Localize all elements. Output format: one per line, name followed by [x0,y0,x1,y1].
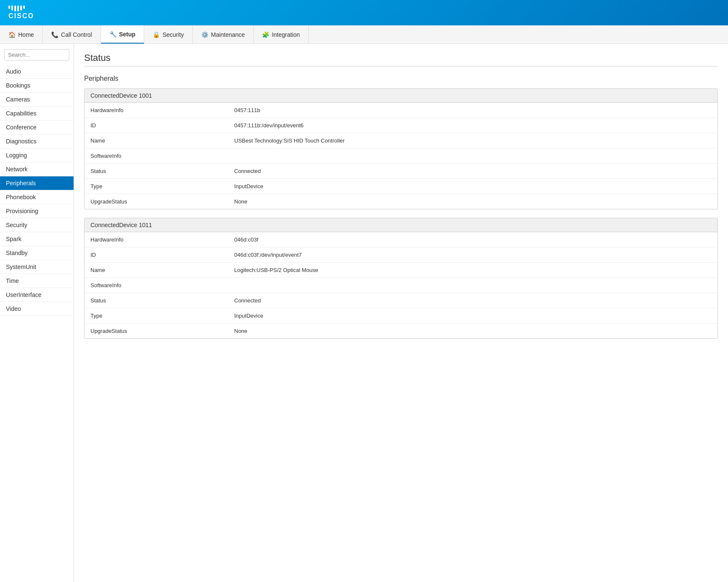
bar2 [11,5,13,11]
device-row-value: 046d:c03f:/dev/input/event7 [228,247,717,262]
sidebar-item-audio[interactable]: Audio [0,65,74,79]
sidebar-item-peripherals[interactable]: Peripherals [0,176,74,190]
device-row-value: USBest Technology:SiS HID Touch Controll… [228,133,717,148]
title-divider [84,66,718,66]
device-row-value: InputDevice [228,308,717,323]
home-icon: 🏠 [8,31,16,38]
device-row-label: UpgradeStatus [85,194,228,209]
sidebar-item-conference[interactable]: Conference [0,121,74,135]
device-row-label: Type [85,179,228,194]
device-card-header-1: ConnectedDevice 1011 [85,218,717,232]
device-row-label: Name [85,133,228,148]
device-row: UpgradeStatusNone [85,194,717,209]
device-row-label: ID [85,247,228,262]
device-card-0: ConnectedDevice 1001HardwareInfo0457:111… [84,88,718,209]
bar5 [20,5,22,11]
sidebar-item-systemunit[interactable]: SystemUnit [0,260,74,274]
bar4 [17,5,19,11]
device-row-label: Status [85,293,228,308]
search-box[interactable] [4,49,69,60]
device-row-label: Name [85,263,228,277]
device-row-value: Connected [228,164,717,178]
bar3 [14,5,16,11]
device-row-label: UpgradeStatus [85,324,228,338]
device-row: StatusConnected [85,164,717,179]
cisco-bars [8,5,25,11]
device-row-value: 046d:c03f [228,232,717,247]
device-row: HardwareInfo046d:c03f [85,232,717,247]
sidebar-item-video[interactable]: Video [0,302,74,316]
device-row: TypeInputDevice [85,179,717,194]
device-row-label: Status [85,164,228,178]
device-row-value: 0457:111b:/dev/input/event6 [228,118,717,133]
bar6 [23,5,25,9]
sidebar-item-logging[interactable]: Logging [0,148,74,162]
bar1 [8,5,10,9]
nav-setup-label: Setup [119,31,136,38]
device-row: SoftwareInfo [85,148,717,164]
device-row: TypeInputDevice [85,308,717,324]
device-row-value: None [228,324,717,338]
device-row: NameLogitech:USB-PS/2 Optical Mouse [85,263,717,278]
sidebar-item-time[interactable]: Time [0,274,74,288]
sidebar-item-provisioning[interactable]: Provisioning [0,204,74,218]
puzzle-icon: 🧩 [262,31,269,38]
device-row-value: None [228,194,717,209]
sidebar-item-standby[interactable]: Standby [0,246,74,260]
device-row: ID046d:c03f:/dev/input/event7 [85,247,717,263]
sidebar-item-diagnostics[interactable]: Diagnostics [0,135,74,148]
section-title: Peripherals [84,75,718,82]
device-row-label: Type [85,308,228,323]
sidebar-item-phonebook[interactable]: Phonebook [0,190,74,204]
nav-home[interactable]: 🏠 Home [0,25,43,44]
device-row-value: InputDevice [228,179,717,194]
sidebar: AudioBookingsCamerasCapabilitiesConferen… [0,44,74,582]
nav-call-control-label: Call Control [61,31,92,38]
cisco-wordmark: CISCO [8,12,34,20]
page-title: Status [84,52,718,63]
device-row: StatusConnected [85,293,717,308]
device-row-value: Logitech:USB-PS/2 Optical Mouse [228,263,717,277]
device-row-label: SoftwareInfo [85,278,228,293]
cisco-logo: CISCO [8,5,34,20]
nav-security[interactable]: 🔒 Security [144,25,193,44]
device-row: SoftwareInfo [85,278,717,293]
sidebar-item-spark[interactable]: Spark [0,232,74,246]
main-layout: AudioBookingsCamerasCapabilitiesConferen… [0,44,728,582]
device-row-value: 0457:111b [228,103,717,118]
sidebar-item-bookings[interactable]: Bookings [0,79,74,93]
devices-container: ConnectedDevice 1001HardwareInfo0457:111… [84,88,718,339]
nav-security-label: Security [162,31,184,38]
device-card-1: ConnectedDevice 1011HardwareInfo046d:c03… [84,218,718,339]
sidebar-item-network[interactable]: Network [0,162,74,176]
device-row-label: HardwareInfo [85,103,228,118]
sidebar-item-cameras[interactable]: Cameras [0,93,74,107]
device-row: UpgradeStatusNone [85,324,717,338]
device-row-label: SoftwareInfo [85,148,228,163]
nav-home-label: Home [18,31,34,38]
device-row-value [228,148,717,163]
device-row-value [228,278,717,293]
nav-bar: 🏠 Home 📞 Call Control 🔧 Setup 🔒 Security… [0,25,728,44]
nav-maintenance[interactable]: ⚙️ Maintenance [193,25,254,44]
device-row-value: Connected [228,293,717,308]
nav-maintenance-label: Maintenance [211,31,245,38]
gear-icon: ⚙️ [201,31,208,38]
nav-setup[interactable]: 🔧 Setup [101,25,145,44]
search-input[interactable] [4,49,69,60]
top-header: CISCO [0,0,728,25]
phone-icon: 📞 [51,31,58,38]
device-row: NameUSBest Technology:SiS HID Touch Cont… [85,133,717,148]
sidebar-item-capabilities[interactable]: Capabilities [0,107,74,121]
nav-integration[interactable]: 🧩 Integration [254,25,309,44]
device-row: ID0457:111b:/dev/input/event6 [85,118,717,133]
nav-call-control[interactable]: 📞 Call Control [43,25,101,44]
sidebar-item-userinterface[interactable]: UserInterface [0,288,74,302]
device-card-header-0: ConnectedDevice 1001 [85,89,717,103]
lock-icon: 🔒 [153,31,160,38]
device-row-label: HardwareInfo [85,232,228,247]
content-area: Status Peripherals ConnectedDevice 1001H… [74,44,728,582]
nav-integration-label: Integration [272,31,300,38]
wrench-icon: 🔧 [109,31,117,38]
sidebar-item-security[interactable]: Security [0,218,74,232]
